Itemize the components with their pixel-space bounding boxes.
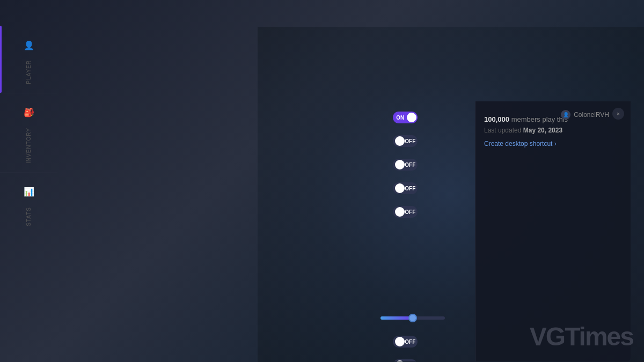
toggle-knob	[395, 160, 405, 169]
create-desktop-shortcut-link[interactable]: Create desktop shortcut ›	[484, 140, 557, 147]
toggle-knob	[395, 136, 405, 146]
toggle-unlimited-mineral[interactable]: OFF	[393, 336, 418, 348]
toggle-unlimited-building-health[interactable]: OFF	[393, 135, 418, 147]
toggle-knob	[395, 337, 405, 346]
toggle-label-off: OFF	[405, 162, 415, 168]
user-info: 👤 ColonelRVH	[561, 110, 609, 120]
toggle-label-off: OFF	[405, 339, 415, 345]
toggle-knob	[395, 207, 405, 217]
toggle-label-off: OFF	[405, 138, 415, 144]
toggle-quick-replenish[interactable]: OFF	[393, 359, 418, 361]
sidebar-section-stats: 📊 Stats	[0, 173, 57, 235]
toggle-label-off: OFF	[405, 209, 415, 215]
toggle-stop-losing-warmth[interactable]: OFF	[393, 206, 418, 218]
toggle-label-off: OFF	[405, 186, 415, 191]
user-avatar-icon: 👤	[561, 110, 570, 120]
slider-thumb[interactable]	[408, 314, 417, 322]
sidebar-item-inventory[interactable]: 🎒	[19, 103, 39, 122]
toggle-label-on: ON	[396, 115, 404, 121]
close-right-panel-button[interactable]: ×	[612, 108, 624, 120]
sidebar-section-player: 👤 Player	[0, 26, 57, 93]
toggle-max-villager-diet[interactable]: OFF	[393, 182, 418, 194]
sidebar-label-inventory: Inventory	[26, 128, 32, 164]
toggle-knob	[395, 360, 405, 361]
right-panel: × 👤 ColonelRVH 100,000 members play this…	[475, 101, 631, 361]
last-updated-prefix: Last updated	[484, 127, 521, 134]
last-updated: Last updated May 20, 2023	[484, 127, 622, 134]
toggle-knob	[395, 183, 405, 193]
sidebar-label-stats: Stats	[26, 207, 32, 226]
sidebar-item-stats[interactable]: 📊	[19, 182, 39, 202]
sidebar-section-inventory: 🎒 Inventory	[0, 93, 57, 173]
sidebar-item-player[interactable]: 👤	[19, 35, 39, 55]
sidebar-label-player: Player	[26, 60, 32, 84]
user-name: ColonelRVH	[574, 111, 609, 119]
slider-track[interactable]	[380, 316, 445, 320]
toggle-super-combat[interactable]: OFF	[393, 159, 418, 171]
toggle-knob	[407, 113, 416, 122]
members-number: 100,000	[484, 115, 509, 123]
toggle-unlimited-villager-health[interactable]: ON	[393, 112, 418, 123]
last-updated-date: May 20, 2023	[523, 127, 562, 134]
slider-fill	[380, 316, 413, 320]
